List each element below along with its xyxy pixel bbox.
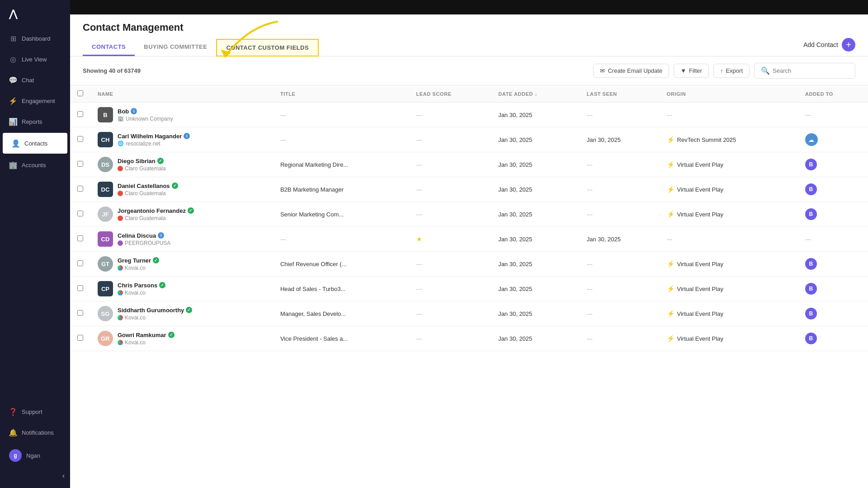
tab-contact-custom-fields[interactable]: CONTACT CUSTOM FIELDS	[216, 39, 319, 56]
table-row[interactable]: GRGowri Ramkumar✓ Kovai.coVice President…	[70, 326, 868, 351]
dash-value: ---	[416, 186, 422, 193]
row-name-cell: BBobi🏢 Unknown Company	[90, 103, 273, 127]
dash-value: ---	[416, 335, 422, 342]
row-checkbox[interactable]	[77, 310, 83, 316]
row-checkbox[interactable]	[77, 235, 83, 241]
col-lead-score: LEAD SCORE	[409, 85, 491, 103]
dash-value: ---	[587, 261, 593, 267]
contact-avatar: CP	[98, 281, 113, 296]
row-checkbox[interactable]	[77, 186, 83, 192]
row-checkbox[interactable]	[77, 335, 83, 341]
row-date-added-cell: Jan 30, 2025	[491, 227, 580, 252]
contact-avatar: DS	[98, 157, 113, 172]
page-title: Contact Management	[83, 22, 319, 33]
origin-icon: ⚡	[667, 260, 675, 267]
search-box[interactable]: 🔍	[754, 63, 855, 79]
sidebar-label-notifications: Notifications	[22, 429, 54, 436]
row-title-cell: Regional Marketing Dire...	[273, 152, 409, 177]
contact-avatar: CH	[98, 132, 113, 147]
sidebar-nav: ⊞ Dashboard ◎ Live View 💬 Chat ⚡ Engagem…	[0, 28, 70, 401]
toolbar: Showing 40 of 63749 ✉ Create Email Updat…	[70, 56, 868, 85]
row-date-added-cell: Jan 30, 2025	[491, 152, 580, 177]
sidebar-item-support[interactable]: ❓ Support	[0, 401, 70, 422]
user-avatar: g	[9, 449, 22, 462]
table-row[interactable]: CPChris Parsons✓ Kovai.coHead of Sales -…	[70, 277, 868, 301]
contact-company-label: Kovai.co	[118, 290, 165, 296]
origin-icon: ⚡	[667, 211, 675, 218]
origin-icon: ⚡	[667, 186, 675, 193]
row-checkbox[interactable]	[77, 285, 83, 291]
origin-value: ⚡RevTech Summit 2025	[667, 136, 791, 143]
dash-value: ---	[416, 286, 422, 292]
tab-buying-committee[interactable]: BUYING COMMITTEE	[135, 39, 216, 56]
table: NAME TITLE LEAD SCORE DATE ADDED ↓ LAST …	[70, 85, 868, 351]
sidebar-item-dashboard[interactable]: ⊞ Dashboard	[0, 28, 70, 49]
row-date-added-cell: Jan 30, 2025	[491, 103, 580, 127]
row-origin-cell: ⚡Virtual Event Play	[660, 177, 798, 202]
sidebar-item-user[interactable]: g Ngan	[0, 443, 70, 468]
sidebar-label-dashboard: Dashboard	[22, 35, 51, 42]
search-input[interactable]	[773, 67, 849, 74]
row-title-cell: Head of Sales - Turbo3...	[273, 277, 409, 301]
sidebar-item-liveview[interactable]: ◎ Live View	[0, 49, 70, 70]
row-checkbox[interactable]	[77, 260, 83, 266]
select-all-checkbox[interactable]	[77, 90, 83, 96]
tab-contacts[interactable]: CONTACTS	[83, 39, 135, 56]
table-row[interactable]: DSDiego Sibrian✓ Claro GuatemalaRegional…	[70, 152, 868, 177]
added-to-cloud-icon: ☁	[805, 133, 818, 146]
create-email-button[interactable]: ✉ Create Email Update	[593, 64, 669, 78]
table-row[interactable]: GTGreg Turner✓ Kovai.coChief Revenue Off…	[70, 252, 868, 277]
filter-button[interactable]: ▼ Filter	[674, 64, 709, 78]
row-lead-score-cell: ★	[409, 227, 491, 252]
row-last-seen-cell: ---	[580, 103, 660, 127]
notifications-icon: 🔔	[9, 428, 17, 436]
sidebar-item-notifications[interactable]: 🔔 Notifications	[0, 422, 70, 443]
row-checkbox[interactable]	[77, 111, 83, 117]
row-origin-cell: ⚡Virtual Event Play	[660, 277, 798, 301]
sidebar-label-contacts: Contacts	[24, 140, 47, 147]
row-checkbox[interactable]	[77, 211, 83, 216]
origin-value: ⚡Virtual Event Play	[667, 335, 791, 342]
sidebar-item-engagement[interactable]: ⚡ Engagement	[0, 90, 70, 111]
add-contact-button[interactable]: Add Contact +	[803, 38, 855, 52]
logo: ⋀	[0, 0, 70, 28]
row-lead-score-cell: ---	[409, 326, 491, 351]
search-icon: 🔍	[761, 66, 770, 75]
sidebar-item-accounts[interactable]: 🏢 Accounts	[0, 155, 70, 175]
export-button[interactable]: ↑ Export	[713, 64, 750, 78]
create-email-label: Create Email Update	[608, 67, 662, 74]
contact-company-label: Kovai.co	[118, 314, 192, 321]
contact-name-label: Gowri Ramkumar✓	[118, 332, 175, 338]
export-icon: ↑	[720, 67, 723, 74]
kovai-icon	[118, 340, 123, 345]
main-content: Contact Management CONTACTS BUYING COMMI…	[70, 0, 868, 488]
sidebar-item-chat[interactable]: 💬 Chat	[0, 70, 70, 90]
table-row[interactable]: CHCarl Wilhelm Haganderi🌐 resocialize.ne…	[70, 127, 868, 152]
table-row[interactable]: CDCelina Discuai PEERGROUPUSA---★Jan 30,…	[70, 227, 868, 252]
reports-icon: 📊	[9, 117, 17, 126]
row-date-added-cell: Jan 30, 2025	[491, 177, 580, 202]
table-row[interactable]: JFJorgeantonio Fernandez✓ Claro Guatemal…	[70, 202, 868, 227]
dash-value: ---	[416, 112, 422, 118]
sidebar-item-contacts[interactable]: 👤 Contacts	[3, 133, 67, 154]
row-last-seen-cell: ---	[580, 252, 660, 277]
origin-value: ⚡Virtual Event Play	[667, 186, 791, 193]
row-checkbox[interactable]	[77, 136, 83, 142]
col-name: NAME	[90, 85, 273, 103]
table-row[interactable]: SGSiddharth Gurumoorthy✓ Kovai.coManager…	[70, 301, 868, 326]
row-last-seen-cell: ---	[580, 177, 660, 202]
dash-value: ---	[416, 136, 422, 143]
claro-icon	[118, 166, 123, 171]
sidebar-item-reports[interactable]: 📊 Reports	[0, 111, 70, 132]
row-checkbox[interactable]	[77, 161, 83, 167]
sidebar-collapse-button[interactable]: ‹	[0, 468, 70, 483]
dash-value: ---	[587, 186, 593, 193]
table-row[interactable]: BBobi🏢 Unknown Company------Jan 30, 2025…	[70, 103, 868, 127]
table-row[interactable]: DCDaniel Castellanos✓ Claro GuatemalaB2B…	[70, 177, 868, 202]
page-title-area: Contact Management CONTACTS BUYING COMMI…	[83, 22, 319, 56]
origin-value: ⚡Virtual Event Play	[667, 260, 791, 267]
row-last-seen-cell: Jan 30, 2025	[580, 227, 660, 252]
row-last-seen-cell: ---	[580, 326, 660, 351]
contact-badge-icon: i	[184, 133, 190, 139]
contact-avatar: GT	[98, 256, 113, 272]
